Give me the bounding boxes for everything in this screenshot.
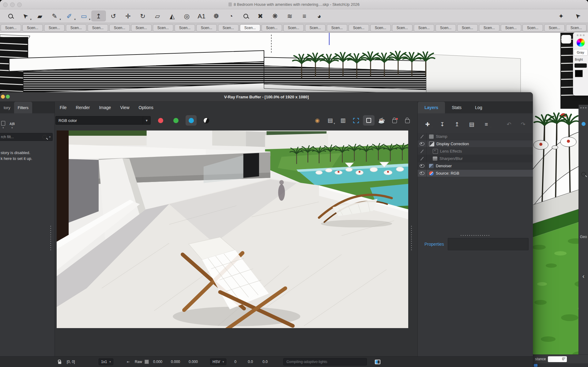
- section-plane-tool-icon[interactable]: ▱: [150, 10, 165, 21]
- channel-select[interactable]: RGB color ▼: [55, 116, 151, 125]
- pencil-tool-icon[interactable]: ✎▾: [47, 10, 62, 21]
- offset-tool-icon[interactable]: ◎: [179, 10, 194, 21]
- close-window-icon[interactable]: [3, 2, 8, 7]
- brightness-slider[interactable]: [575, 63, 587, 68]
- visibility-off-icon[interactable]: [418, 155, 427, 162]
- scene-tab[interactable]: Scen...: [109, 24, 130, 32]
- scene-tab[interactable]: Scen...: [1, 24, 21, 32]
- tab-history[interactable]: tory: [0, 102, 14, 113]
- lock-icon[interactable]: [58, 361, 61, 364]
- followme-tool-icon[interactable]: ↺: [106, 10, 121, 21]
- search-tool-icon[interactable]: [3, 10, 18, 21]
- pie-tool-icon[interactable]: ◔: [224, 10, 238, 21]
- ab-compare-icon[interactable]: A|B ▾: [9, 122, 15, 129]
- menu-image[interactable]: Image: [99, 105, 111, 110]
- save-image-icon[interactable]: ▤▾: [324, 115, 336, 126]
- hsv-select[interactable]: HSV ▾: [210, 358, 226, 365]
- freehand-tool-icon[interactable]: ✐▾: [62, 10, 77, 21]
- green-channel-button[interactable]: [170, 115, 181, 126]
- move-tool-icon[interactable]: ✛: [121, 10, 135, 21]
- bucket-tool-icon[interactable]: ◕: [312, 10, 326, 21]
- eraser-tool-icon[interactable]: ▰: [32, 10, 47, 21]
- visibility-off-icon[interactable]: [418, 148, 427, 155]
- scene-tab[interactable]: Scen...: [44, 24, 65, 32]
- undo-icon[interactable]: ↶: [503, 119, 515, 129]
- folder-icon[interactable]: ▤: [466, 119, 478, 129]
- scene-tab[interactable]: Scen...: [175, 24, 195, 32]
- scene-tab[interactable]: Scen...: [196, 24, 217, 32]
- raw-swatch[interactable]: [145, 360, 149, 364]
- panel-resize-handle[interactable]: [460, 235, 491, 236]
- zoom-tool-icon[interactable]: [238, 10, 253, 21]
- scene-tab[interactable]: Scen...: [218, 24, 239, 32]
- tray-collapse-icon[interactable]: ‹: [582, 273, 585, 280]
- crosshair-tool-icon[interactable]: ✖: [253, 10, 268, 21]
- blue-channel-button[interactable]: [186, 115, 197, 126]
- presets-icon[interactable]: ≡▾: [480, 119, 492, 129]
- rectangle-tool-icon[interactable]: ▭▾: [77, 10, 91, 21]
- scene-tab[interactable]: Scen...: [435, 24, 456, 32]
- panel-toggle-icon[interactable]: [375, 360, 380, 364]
- tab-log[interactable]: Log: [468, 102, 489, 113]
- save-tree-icon[interactable]: ↧: [436, 119, 448, 129]
- scene-tab[interactable]: Scen...: [457, 24, 478, 32]
- menu-view[interactable]: View: [120, 105, 129, 110]
- pushpull-tool-icon[interactable]: ↥: [91, 10, 106, 21]
- frame-select-icon[interactable]: [363, 115, 375, 126]
- scene-tab[interactable]: Scen...: [88, 24, 108, 32]
- scene-tab[interactable]: Scen...: [414, 24, 434, 32]
- scene-tab[interactable]: Scen...: [262, 24, 282, 32]
- add-layer-icon[interactable]: ✚▾: [421, 119, 434, 129]
- scene-tab[interactable]: Scen...: [544, 24, 565, 32]
- scene-tab[interactable]: Scen...: [153, 24, 173, 32]
- history-message-line2[interactable]: k here to set it up.: [1, 156, 55, 162]
- pattern-tool-icon[interactable]: ❁: [209, 10, 224, 21]
- layer-row[interactable]: Display Correction: [418, 140, 533, 148]
- menu-file[interactable]: File: [60, 105, 67, 110]
- left-splitter-handle[interactable]: [50, 225, 51, 251]
- export-image-icon[interactable]: ▥: [337, 115, 349, 126]
- layer-row[interactable]: Sharpen/Blur: [418, 155, 533, 162]
- load-tree-icon[interactable]: ↥: [451, 119, 463, 129]
- layers-tool-icon[interactable]: ≡: [297, 10, 312, 21]
- current-color-swatch[interactable]: [575, 70, 583, 77]
- history-search-input[interactable]: rch filt... ▾: [0, 133, 53, 141]
- layer-row[interactable]: Lens Effects: [418, 148, 533, 155]
- render-image[interactable]: [57, 131, 408, 328]
- scene-tab[interactable]: Scen...: [349, 24, 369, 32]
- zoom-window-icon[interactable]: [17, 2, 22, 7]
- scene-tab[interactable]: Scen...: [370, 24, 391, 32]
- tab-filters[interactable]: Filters: [14, 102, 32, 113]
- step-back-icon[interactable]: ⇤: [127, 360, 130, 364]
- scene-tab[interactable]: Scen...: [131, 24, 152, 32]
- color-wheel-icon[interactable]: [576, 38, 585, 47]
- vfb-titlebar[interactable]: V-Ray Frame Buffer - [100.0% of 1920 x 1…: [0, 92, 533, 102]
- select-tool-icon[interactable]: ➤▾: [18, 10, 32, 21]
- layer-row[interactable]: Source: RGB: [418, 170, 533, 177]
- gear-tool-icon[interactable]: ❋: [268, 10, 282, 21]
- scene-tab[interactable]: Scen...: [479, 24, 499, 32]
- visibility-off-icon[interactable]: [418, 133, 427, 140]
- render-sphere-icon[interactable]: ◉: [311, 115, 323, 126]
- tray-search-icon[interactable]: [581, 172, 586, 176]
- scene-tab[interactable]: Scen...: [66, 24, 86, 32]
- vfb-zoom-icon[interactable]: [6, 95, 10, 99]
- scene-tab[interactable]: Scen...: [327, 24, 347, 32]
- sparkle-tool-icon[interactable]: ✦: [554, 10, 568, 21]
- visibility-eye-icon[interactable]: [418, 162, 427, 169]
- snapshot-page-icon[interactable]: ▾: [1, 121, 5, 129]
- tab-stats[interactable]: Stats: [445, 102, 468, 113]
- help-chip-icon[interactable]: [534, 364, 537, 367]
- scene-tab[interactable]: Scen...: [305, 24, 326, 32]
- right-splitter-handle[interactable]: [411, 225, 412, 251]
- region-render-icon[interactable]: [350, 115, 362, 126]
- properties-box[interactable]: [448, 238, 529, 250]
- tab-layers[interactable]: Layers: [418, 102, 445, 113]
- text-tool-icon[interactable]: A1: [194, 10, 209, 21]
- measurement-input[interactable]: 0": [548, 356, 567, 362]
- bag-icon[interactable]: [389, 115, 400, 126]
- menu-options[interactable]: Options: [139, 105, 153, 110]
- cursor-tool-icon[interactable]: ➤: [570, 10, 585, 21]
- minimize-window-icon[interactable]: [10, 2, 15, 7]
- flip-tool-icon[interactable]: ◭: [165, 10, 179, 21]
